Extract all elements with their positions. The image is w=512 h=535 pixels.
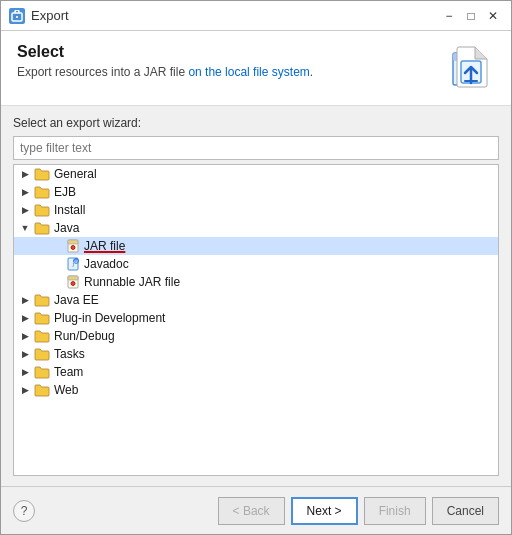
chevron-install: ▶ bbox=[18, 205, 32, 215]
maximize-button[interactable]: □ bbox=[461, 6, 481, 26]
icon-folder bbox=[34, 383, 50, 397]
title-bar: Export − □ ✕ bbox=[1, 1, 511, 31]
wizard-label: Select an export wizard: bbox=[13, 116, 499, 130]
back-button[interactable]: < Back bbox=[218, 497, 285, 525]
icon-jar bbox=[66, 239, 80, 253]
export-icon bbox=[449, 45, 493, 89]
item-label-install: Install bbox=[54, 203, 85, 217]
next-button[interactable]: Next > bbox=[291, 497, 358, 525]
item-label-java: Java bbox=[54, 221, 79, 235]
header-text: Select Export resources into a JAR file … bbox=[17, 43, 313, 79]
item-label-web: Web bbox=[54, 383, 78, 397]
close-button[interactable]: ✕ bbox=[483, 6, 503, 26]
footer: ? < Back Next > Finish Cancel bbox=[1, 486, 511, 534]
svg-rect-5 bbox=[68, 240, 78, 244]
tree-item-java-ee[interactable]: ▶ Java EE bbox=[14, 291, 498, 309]
tree-container[interactable]: ▶ General▶ EJB▶ Install▼ Java JAR file J… bbox=[13, 164, 499, 476]
tree-item-team[interactable]: ▶ Team bbox=[14, 363, 498, 381]
header-desc-plain: Export resources into a JAR file bbox=[17, 65, 188, 79]
chevron-tasks: ▶ bbox=[18, 349, 32, 359]
chevron-plugin-dev: ▶ bbox=[18, 313, 32, 323]
chevron-web: ▶ bbox=[18, 385, 32, 395]
item-label-run-debug: Run/Debug bbox=[54, 329, 115, 343]
icon-folder bbox=[34, 167, 50, 181]
tree-item-jar-file[interactable]: JAR file bbox=[14, 237, 498, 255]
icon-javadoc: J @ bbox=[66, 257, 80, 271]
window-title: Export bbox=[31, 8, 69, 23]
svg-point-6 bbox=[71, 246, 75, 250]
header-desc-link: on the local file system bbox=[188, 65, 309, 79]
tree-item-install[interactable]: ▶ Install bbox=[14, 201, 498, 219]
item-label-ejb: EJB bbox=[54, 185, 76, 199]
footer-left: ? bbox=[13, 500, 35, 522]
tree-item-runnable-jar[interactable]: Runnable JAR file bbox=[14, 273, 498, 291]
title-controls: − □ ✕ bbox=[439, 6, 503, 26]
icon-folder bbox=[34, 203, 50, 217]
title-bar-left: Export bbox=[9, 8, 69, 24]
item-label-javadoc: Javadoc bbox=[84, 257, 129, 271]
header-section: Select Export resources into a JAR file … bbox=[1, 31, 511, 106]
header-desc-end: . bbox=[310, 65, 313, 79]
icon-folder bbox=[34, 311, 50, 325]
tree-item-javadoc[interactable]: J @ Javadoc bbox=[14, 255, 498, 273]
chevron-ejb: ▶ bbox=[18, 187, 32, 197]
minimize-button[interactable]: − bbox=[439, 6, 459, 26]
tree-item-ejb[interactable]: ▶ EJB bbox=[14, 183, 498, 201]
icon-folder bbox=[34, 329, 50, 343]
tree-item-web[interactable]: ▶ Web bbox=[14, 381, 498, 399]
svg-text:@: @ bbox=[74, 259, 79, 264]
filter-input[interactable] bbox=[13, 136, 499, 160]
finish-button[interactable]: Finish bbox=[364, 497, 426, 525]
tree-item-run-debug[interactable]: ▶ Run/Debug bbox=[14, 327, 498, 345]
tree-item-general[interactable]: ▶ General bbox=[14, 165, 498, 183]
chevron-java: ▼ bbox=[18, 223, 32, 233]
chevron-team: ▶ bbox=[18, 367, 32, 377]
content-section: Select an export wizard: ▶ General▶ EJB▶… bbox=[1, 106, 511, 486]
icon-jar bbox=[66, 275, 80, 289]
export-window: Export − □ ✕ Select Export resources int… bbox=[0, 0, 512, 535]
header-description: Export resources into a JAR file on the … bbox=[17, 65, 313, 79]
chevron-run-debug: ▶ bbox=[18, 331, 32, 341]
item-label-tasks: Tasks bbox=[54, 347, 85, 361]
window-icon bbox=[9, 8, 25, 24]
icon-folder bbox=[34, 365, 50, 379]
item-label-team: Team bbox=[54, 365, 83, 379]
item-label-java-ee: Java EE bbox=[54, 293, 99, 307]
cancel-button[interactable]: Cancel bbox=[432, 497, 499, 525]
tree-item-java[interactable]: ▼ Java bbox=[14, 219, 498, 237]
svg-rect-12 bbox=[68, 276, 78, 280]
item-label-general: General bbox=[54, 167, 97, 181]
tree-item-plugin-dev[interactable]: ▶ Plug-in Development bbox=[14, 309, 498, 327]
help-button[interactable]: ? bbox=[13, 500, 35, 522]
item-label-jar-file: JAR file bbox=[84, 239, 125, 253]
chevron-java-ee: ▶ bbox=[18, 295, 32, 305]
footer-right: < Back Next > Finish Cancel bbox=[218, 497, 499, 525]
header-title: Select bbox=[17, 43, 313, 61]
header-icon-container bbox=[447, 43, 495, 91]
icon-folder bbox=[34, 293, 50, 307]
icon-folder bbox=[34, 221, 50, 235]
item-label-plugin-dev: Plug-in Development bbox=[54, 311, 165, 325]
item-label-runnable-jar: Runnable JAR file bbox=[84, 275, 180, 289]
tree-item-tasks[interactable]: ▶ Tasks bbox=[14, 345, 498, 363]
chevron-general: ▶ bbox=[18, 169, 32, 179]
icon-folder bbox=[34, 185, 50, 199]
svg-point-13 bbox=[71, 282, 75, 286]
icon-folder bbox=[34, 347, 50, 361]
